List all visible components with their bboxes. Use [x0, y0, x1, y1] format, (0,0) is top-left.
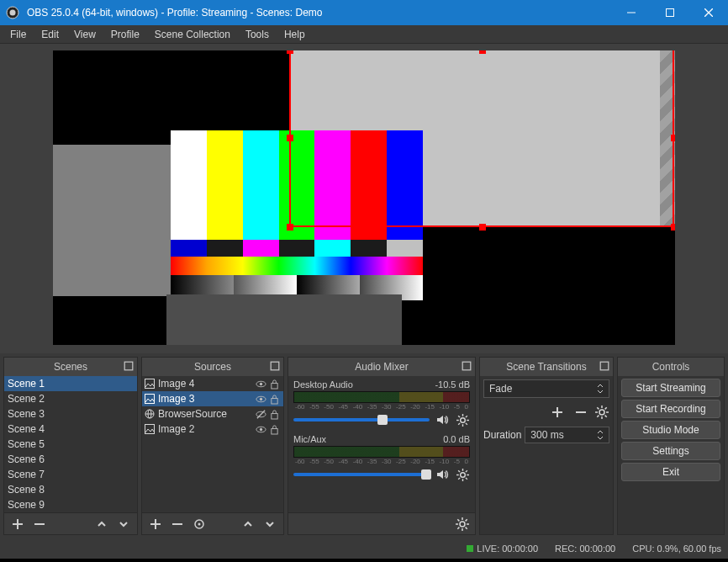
- selection-handle-br[interactable]: [671, 224, 675, 231]
- sources-dock: Sources Image 4Image 3BrowserSourceImage…: [141, 357, 284, 535]
- duration-input[interactable]: 300 ms: [525, 427, 609, 443]
- transition-settings-button[interactable]: [594, 405, 609, 420]
- channel-settings-button[interactable]: [455, 467, 470, 482]
- visibility-off-icon[interactable]: [256, 409, 267, 420]
- source-item[interactable]: BrowserSource: [142, 406, 283, 422]
- slider-thumb[interactable]: [377, 415, 388, 425]
- scene-item[interactable]: Scene 2: [4, 391, 137, 406]
- preview-canvas[interactable]: [53, 50, 675, 345]
- minimize-button[interactable]: [612, 0, 651, 25]
- selection-handle-tm[interactable]: [479, 50, 486, 54]
- svg-point-13: [260, 382, 262, 384]
- maximize-button[interactable]: [651, 0, 689, 25]
- source-up-button[interactable]: [238, 515, 258, 533]
- svg-line-54: [458, 477, 460, 479]
- lock-icon[interactable]: [270, 424, 282, 435]
- menu-help[interactable]: Help: [277, 27, 312, 42]
- volume-meter: [293, 391, 470, 403]
- preview-area[interactable]: [0, 44, 728, 353]
- scene-up-button[interactable]: [92, 515, 112, 533]
- scene-item[interactable]: Scene 6: [4, 452, 137, 467]
- svg-line-51: [458, 470, 460, 472]
- menu-scene-collection[interactable]: Scene Collection: [148, 27, 237, 42]
- visibility-on-icon[interactable]: [256, 394, 267, 405]
- menu-tools[interactable]: Tools: [239, 27, 276, 42]
- settings-button[interactable]: Settings: [621, 442, 720, 460]
- visibility-on-icon[interactable]: [256, 424, 267, 435]
- mixer-header[interactable]: Audio Mixer: [288, 358, 475, 376]
- mixer-body: Desktop Audio-10.5 dB-60-55-50-45-40-35-…: [288, 376, 475, 512]
- svg-marker-45: [437, 470, 443, 479]
- add-scene-button[interactable]: [8, 515, 28, 533]
- popout-icon[interactable]: [599, 361, 609, 371]
- selection-handle-bl[interactable]: [287, 224, 293, 231]
- controls-header[interactable]: Controls: [618, 358, 724, 376]
- svg-line-53: [465, 470, 467, 472]
- scenes-header[interactable]: Scenes: [4, 358, 137, 376]
- channel-level: -10.5 dB: [435, 379, 470, 390]
- popout-icon[interactable]: [124, 361, 134, 371]
- menu-view[interactable]: View: [67, 27, 103, 42]
- source-label: Image 3: [158, 393, 253, 405]
- source-properties-button[interactable]: [189, 515, 209, 533]
- popout-icon[interactable]: [270, 361, 280, 371]
- close-button[interactable]: [689, 0, 728, 25]
- sources-toolbar: [142, 512, 283, 534]
- exit-button[interactable]: Exit: [621, 463, 720, 481]
- transitions-dock: Scene Transitions Fade Duration 300 ms: [479, 357, 614, 535]
- selection-handle-bm[interactable]: [479, 224, 486, 231]
- selection-box[interactable]: [289, 50, 674, 227]
- source-item[interactable]: Image 4: [142, 376, 283, 391]
- visibility-on-icon[interactable]: [256, 379, 267, 390]
- slider-thumb[interactable]: [421, 469, 431, 480]
- source-item[interactable]: Image 2: [142, 422, 283, 437]
- source-label: BrowserSource: [158, 408, 253, 420]
- start-recording-button[interactable]: Start Recording: [621, 400, 720, 418]
- mixer-toolbar: [288, 512, 475, 534]
- image-icon: [144, 378, 156, 390]
- menu-edit[interactable]: Edit: [34, 27, 66, 42]
- scenes-list[interactable]: Scene 1Scene 2Scene 3Scene 4Scene 5Scene…: [4, 376, 137, 512]
- popout-icon[interactable]: [462, 361, 472, 371]
- svg-line-44: [458, 422, 460, 424]
- menu-file[interactable]: File: [3, 27, 33, 42]
- source-item[interactable]: Image 3: [142, 391, 283, 406]
- sources-header[interactable]: Sources: [142, 358, 283, 376]
- remove-transition-button[interactable]: [571, 403, 591, 422]
- svg-line-60: [457, 519, 459, 521]
- mute-button[interactable]: [435, 467, 450, 482]
- scene-item[interactable]: Scene 3: [4, 406, 137, 422]
- channel-settings-button[interactable]: [455, 412, 470, 427]
- volume-slider[interactable]: [293, 418, 430, 422]
- sources-list[interactable]: Image 4Image 3BrowserSourceImage 2: [142, 376, 283, 512]
- start-streaming-button[interactable]: Start Streaming: [621, 379, 720, 397]
- mute-button[interactable]: [435, 412, 450, 427]
- scene-item[interactable]: Scene 4: [4, 422, 137, 437]
- scene-item[interactable]: Scene 8: [4, 482, 137, 497]
- studio-mode-button[interactable]: Studio Mode: [621, 421, 720, 439]
- selection-handle-ml[interactable]: [287, 135, 293, 141]
- transition-select[interactable]: Fade: [483, 379, 609, 398]
- duration-label: Duration: [483, 429, 521, 441]
- scene-item[interactable]: Scene 5: [4, 437, 137, 452]
- chevron-updown-icon: [597, 384, 604, 394]
- lock-icon[interactable]: [270, 379, 282, 390]
- scene-item[interactable]: Scene 7: [4, 467, 137, 482]
- remove-scene-button[interactable]: [29, 515, 50, 533]
- add-source-button[interactable]: [145, 515, 166, 533]
- scene-item[interactable]: Scene 9: [4, 497, 137, 512]
- remove-source-button[interactable]: [167, 515, 187, 533]
- source-down-button[interactable]: [260, 515, 280, 533]
- svg-rect-14: [272, 383, 277, 388]
- lock-icon[interactable]: [270, 394, 282, 405]
- transitions-header[interactable]: Scene Transitions: [480, 358, 613, 376]
- mixer-settings-button[interactable]: [453, 515, 472, 533]
- selection-handle-tl[interactable]: [287, 50, 293, 54]
- lock-icon[interactable]: [270, 409, 282, 420]
- volume-slider[interactable]: [293, 473, 430, 476]
- add-transition-button[interactable]: [547, 403, 567, 422]
- scene-down-button[interactable]: [113, 515, 134, 533]
- menu-profile[interactable]: Profile: [104, 27, 146, 42]
- scene-item[interactable]: Scene 1: [4, 376, 137, 391]
- selection-handle-mr[interactable]: [671, 135, 675, 141]
